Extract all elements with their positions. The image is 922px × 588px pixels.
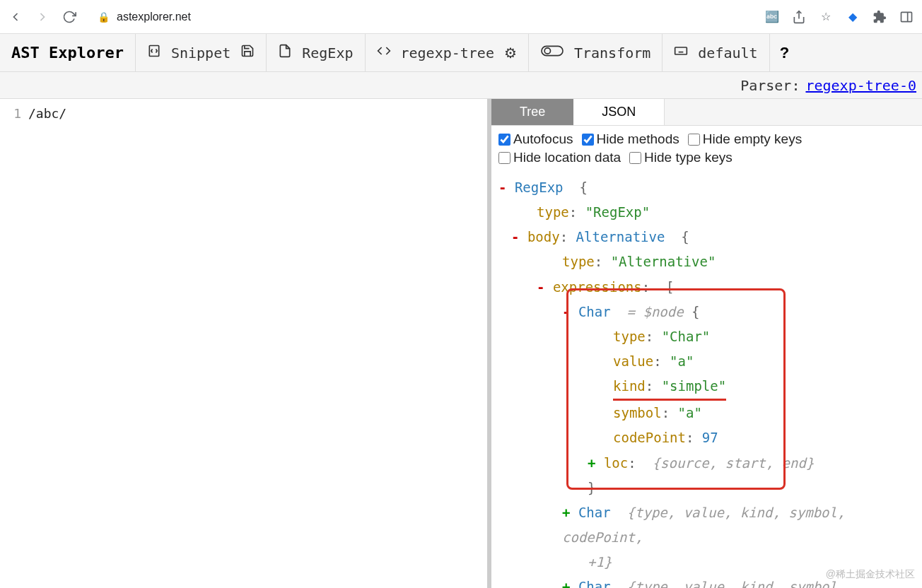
app-toolbar: AST Explorer Snippet RegExp regexp-tree … (0, 34, 922, 72)
opt-hide-methods[interactable]: Hide methods (582, 131, 679, 147)
toggle-icon (540, 44, 564, 61)
transform-label: Transform (574, 45, 650, 61)
star-icon[interactable]: ☆ (819, 10, 833, 24)
val-97: 97 (702, 430, 718, 445)
watermark: @稀土掘金技术社区 (826, 565, 915, 584)
gear-icon[interactable]: ⚙ (504, 45, 517, 61)
address-bar[interactable]: 🔒 astexplorer.net (88, 5, 754, 29)
output-pane: Tree JSON Autofocus Hide methods Hide em… (491, 99, 922, 588)
ast-tree[interactable]: - RegExp { type: "RegExp" - body: Altern… (491, 171, 922, 588)
key-type: type (613, 329, 646, 344)
hide-type-keys-checkbox[interactable] (629, 152, 641, 164)
forward-icon[interactable] (35, 10, 49, 24)
val-char: "Char" (662, 329, 711, 344)
url-text: astexplorer.net (117, 11, 191, 23)
hide-empty-keys-checkbox[interactable] (688, 134, 700, 146)
key-type: type (537, 204, 569, 220)
reload-icon[interactable] (62, 10, 76, 24)
back-icon[interactable] (8, 10, 23, 24)
expand-icon[interactable]: + (562, 505, 570, 520)
node-meta: = $node (627, 304, 684, 319)
parser-segment[interactable]: regexp-tree ⚙ (366, 34, 529, 71)
tab-json[interactable]: JSON (573, 99, 665, 125)
keyboard-icon (674, 44, 688, 61)
parser-info: Parser: regexp-tree-0 (0, 72, 922, 99)
key-value: value (613, 353, 653, 369)
key-expressions: expressions (553, 279, 642, 295)
default-label: default (698, 45, 757, 61)
val-a: "a" (670, 353, 694, 369)
parser-label: regexp-tree (401, 45, 494, 61)
opt-hide-empty-keys[interactable]: Hide empty keys (688, 131, 802, 147)
help-button[interactable]: ? (770, 44, 799, 62)
val-regexp: "RegExp" (585, 204, 650, 220)
snippet-label: Snippet (171, 45, 230, 61)
node-char-collapsed[interactable]: Char (578, 579, 611, 588)
val-simple: "simple" (662, 378, 727, 394)
parser-version-link[interactable]: regexp-tree-0 (805, 77, 916, 94)
collapse-icon[interactable]: - (498, 180, 506, 195)
key-loc: loc (604, 455, 628, 471)
key-symbol: symbol (613, 405, 662, 421)
parser-label-text: Parser: (740, 77, 800, 94)
lock-icon: 🔒 (98, 11, 110, 23)
browser-chrome: 🔒 astexplorer.net 🔤 ☆ ◆ (0, 0, 922, 34)
save-icon[interactable] (240, 44, 255, 61)
translate-icon[interactable]: 🔤 (765, 10, 779, 24)
nav-buttons (8, 10, 76, 24)
collapse-icon[interactable]: - (511, 229, 519, 245)
extension-icons: 🔤 ☆ ◆ (765, 10, 914, 24)
loc-summary: {source, start, end} (653, 455, 815, 471)
expand-icon[interactable]: + (562, 579, 570, 588)
share-icon[interactable] (792, 10, 806, 24)
expand-icon[interactable]: + (588, 455, 595, 471)
hide-location-data-checkbox[interactable] (498, 152, 510, 164)
key-body: body (527, 229, 560, 245)
tree-options: Autofocus Hide methods Hide empty keys H… (491, 126, 922, 171)
autofocus-checkbox[interactable] (498, 134, 510, 146)
opt-hide-type-keys[interactable]: Hide type keys (629, 150, 733, 165)
panel-icon[interactable] (899, 10, 914, 24)
transform-segment[interactable]: Transform (529, 34, 663, 71)
default-segment[interactable]: default (663, 34, 769, 71)
node-regexp[interactable]: RegExp (515, 180, 564, 195)
language-label: RegExp (302, 45, 353, 61)
svg-rect-1 (901, 12, 912, 21)
node-char-collapsed[interactable]: Char (578, 505, 611, 520)
app-title: AST Explorer (11, 44, 124, 61)
snippet-icon (147, 44, 161, 61)
code-content[interactable]: /abc/ (28, 106, 66, 121)
node-char[interactable]: Char (578, 304, 611, 319)
svg-point-5 (544, 48, 550, 54)
diamond-icon[interactable]: ◆ (846, 10, 860, 24)
node-alternative[interactable]: Alternative (576, 229, 665, 245)
opt-autofocus[interactable]: Autofocus (498, 131, 573, 147)
key-kind: kind (613, 378, 646, 394)
brand-segment: AST Explorer (0, 34, 136, 71)
file-icon (278, 44, 292, 61)
hide-methods-checkbox[interactable] (582, 134, 594, 146)
language-segment[interactable]: RegExp (267, 34, 365, 71)
char-summary2: +1} (588, 554, 612, 570)
output-tabs: Tree JSON (491, 99, 922, 126)
collapse-icon[interactable]: - (562, 304, 570, 319)
collapse-icon[interactable]: - (537, 279, 544, 295)
main-split: 1 /abc/ Tree JSON Autofocus Hide methods… (0, 99, 922, 588)
snippet-segment[interactable]: Snippet (136, 34, 267, 71)
val-symbol-a: "a" (678, 405, 702, 421)
line-number: 1 (0, 106, 28, 121)
key-codepoint: codePoint (613, 430, 686, 445)
code-icon (377, 44, 391, 61)
editor-pane[interactable]: 1 /abc/ (0, 99, 491, 588)
opt-hide-location-data[interactable]: Hide location data (498, 150, 621, 165)
svg-rect-6 (675, 47, 687, 54)
key-type: type (562, 254, 595, 269)
tab-tree[interactable]: Tree (491, 99, 573, 125)
val-alternative: "Alternative" (611, 254, 716, 269)
extensions-icon[interactable] (873, 10, 887, 24)
